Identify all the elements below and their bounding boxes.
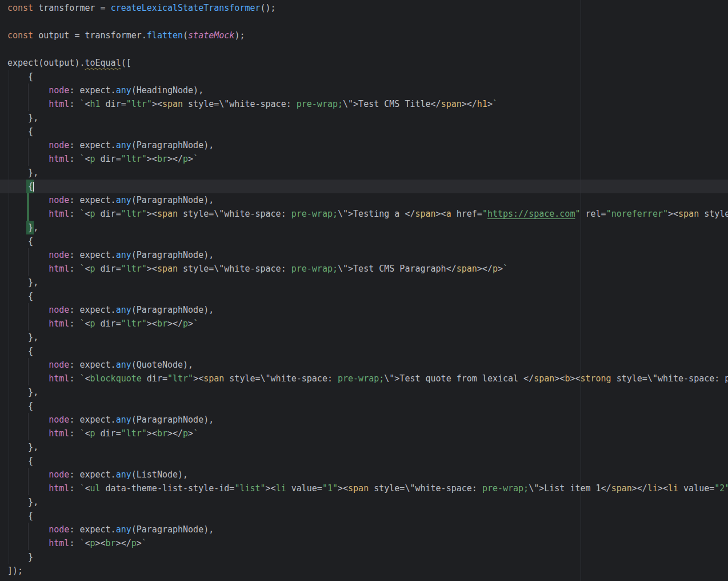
code-line[interactable]: }, [7, 495, 728, 509]
code-token: { [7, 511, 33, 521]
code-token: value= [678, 483, 714, 494]
code-token: h1 [477, 99, 487, 109]
code-line[interactable]: node: expect.any(ParagraphNode), [7, 303, 728, 317]
code-token: data-theme-list-style-id= [101, 483, 235, 494]
code-line[interactable]: { [7, 289, 728, 303]
code-line[interactable]: node: expect.any(ParagraphNode), [7, 413, 728, 427]
code-token: any [116, 415, 131, 425]
code-token: any [116, 85, 131, 95]
code-token: node [49, 360, 69, 370]
code-token: : expect. [69, 524, 115, 535]
code-token: style=\"white-space: [183, 99, 297, 109]
code-line[interactable]: node: expect.any(ListNode), [7, 468, 728, 481]
code-line[interactable]: }, [7, 111, 728, 125]
code-line[interactable]: { [7, 454, 728, 468]
code-token: >< [266, 483, 276, 494]
code-token: span [457, 264, 477, 274]
code-token: : expect. [69, 360, 115, 370]
code-token: : expect. [69, 415, 115, 425]
code-token: >< [436, 209, 446, 219]
code-line[interactable]: }, [7, 440, 728, 454]
code-token: "list" [234, 483, 265, 494]
code-line[interactable]: }, [7, 385, 728, 399]
code-token: >< [152, 99, 162, 109]
code-token: < [85, 373, 90, 384]
code-token: >< [338, 483, 348, 494]
code-line[interactable]: }, [7, 221, 728, 234]
code-token: }, [7, 222, 38, 233]
code-token: }, [7, 277, 38, 288]
code-token: : expect. [69, 305, 115, 315]
code-token: span [415, 209, 435, 219]
code-line[interactable]: }, [7, 331, 728, 344]
code-line[interactable]: }, [7, 276, 728, 289]
code-token: : expect. [69, 195, 115, 205]
code-token [7, 264, 49, 274]
code-line[interactable] [7, 42, 728, 56]
code-line[interactable]: node: expect.any(HeadingNode), [7, 83, 728, 97]
code-token: p [183, 319, 188, 329]
code-token: < [85, 319, 90, 329]
code-line[interactable]: html: `<p dir="ltr"><br></p>` [7, 152, 728, 166]
code-line[interactable]: html: `<ul data-theme-list-style-id="lis… [7, 481, 728, 495]
code-token: html [49, 428, 69, 439]
code-token: ></ [167, 428, 183, 439]
code-line[interactable]: node: expect.any(ParagraphNode), [7, 523, 728, 536]
code-token: { [7, 126, 33, 137]
code-line[interactable]: const transformer = createLexicalStateTr… [7, 1, 728, 15]
code-token: any [116, 140, 131, 150]
code-token [7, 209, 49, 219]
code-line[interactable]: }, [7, 166, 728, 180]
code-line[interactable]: html: `<p dir="ltr"><span style=\"white-… [7, 207, 728, 221]
code-token: : expect. [69, 140, 115, 150]
code-token: const [7, 3, 33, 13]
code-token: "ltr" [121, 264, 147, 274]
code-line[interactable]: expect(output).toEqual([ [7, 56, 728, 70]
code-editor[interactable]: const transformer = createLexicalStateTr… [0, 0, 728, 581]
code-line[interactable]: html: `<p dir="ltr"><span style=\"white-… [7, 262, 728, 276]
code-line[interactable]: ]); [7, 564, 728, 578]
code-token: li [276, 483, 286, 494]
code-token: ></ [167, 319, 183, 329]
code-line[interactable]: { [7, 509, 728, 523]
code-line[interactable]: { [7, 70, 728, 83]
code-token: >< [668, 209, 678, 219]
code-line[interactable]: html: `<p dir="ltr"><br></p>` [7, 427, 728, 440]
code-line[interactable]: } [7, 550, 728, 564]
code-line[interactable]: html: `<p><br></p>` [7, 536, 728, 550]
code-token: (ParagraphNode), [131, 305, 214, 315]
code-token: > [137, 538, 142, 548]
code-token: >< [147, 428, 157, 439]
code-token: ></ [116, 538, 131, 548]
code-line[interactable]: { [7, 344, 728, 358]
code-token: br [157, 428, 167, 439]
code-token: p [90, 264, 95, 274]
code-line[interactable]: const output = transformer.flatten(state… [7, 29, 728, 42]
code-line[interactable]: { [7, 180, 728, 193]
code-line[interactable]: html: `<h1 dir="ltr"><span style=\"white… [7, 97, 728, 111]
code-token: dir= [95, 264, 121, 274]
code-token: blockquote [90, 373, 142, 384]
code-line[interactable]: node: expect.any(ParagraphNode), [7, 138, 728, 152]
code-line[interactable]: node: expect.any(QuoteNode), [7, 358, 728, 372]
code-token: ( [183, 30, 188, 41]
code-line[interactable]: html: `<p dir="ltr"><br></p>` [7, 317, 728, 331]
code-token [7, 99, 49, 109]
code-line[interactable]: html: `<blockquote dir="ltr"><span style… [7, 372, 728, 385]
code-token [7, 483, 49, 494]
code-line[interactable]: { [7, 125, 728, 138]
code-token: < [85, 264, 90, 274]
code-line[interactable]: node: expect.any(ParagraphNode), [7, 248, 728, 262]
code-line[interactable]: { [7, 399, 728, 413]
code-token: { [7, 346, 33, 356]
code-token: \">Test quote from lexical </ [384, 373, 534, 384]
code-line[interactable]: node: expect.any(ParagraphNode), [7, 193, 728, 207]
code-token: span [441, 99, 462, 109]
code-line[interactable] [7, 15, 728, 29]
code-line[interactable]: { [7, 234, 728, 248]
code-token: node [49, 524, 69, 535]
code-token [7, 373, 49, 384]
code-token: dir= [95, 209, 121, 219]
code-token: p [90, 209, 95, 219]
code-token: style=\"white-space: [178, 209, 291, 219]
